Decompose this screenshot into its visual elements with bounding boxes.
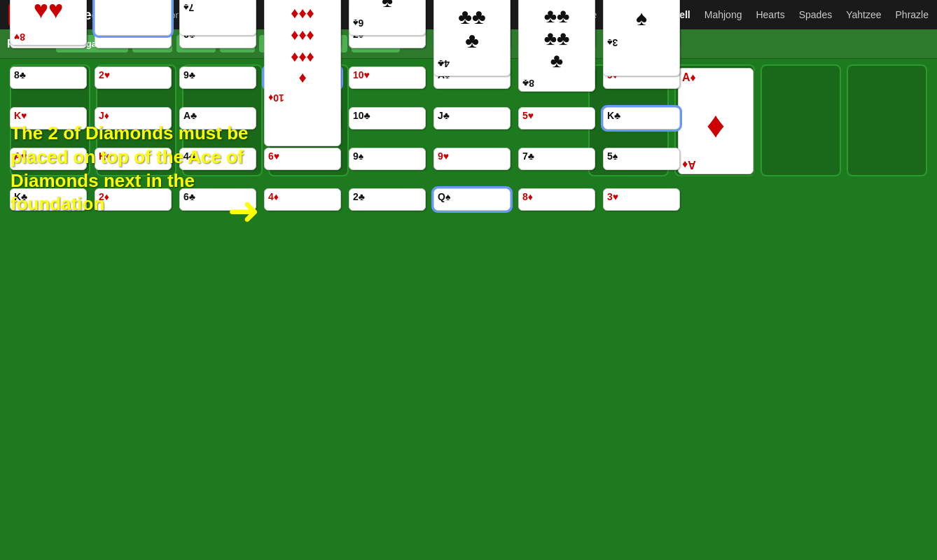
card-k-diamonds[interactable]: K♦ xyxy=(95,148,172,170)
card-2-hearts[interactable]: 2♥ xyxy=(95,66,172,89)
nav-mahjong[interactable]: Mahjong xyxy=(705,9,742,20)
ace-diamonds-card[interactable]: A♦ ♦ A♦ xyxy=(678,68,754,174)
card-q-spades[interactable]: Q♠ xyxy=(433,188,511,211)
card-10-diamonds-c4b[interactable]: 10♦ ♦♦♦♦♦♦♦♦♦♦ 10♦ xyxy=(264,0,341,146)
nav-yahtzee[interactable]: Yahtzee xyxy=(846,9,881,20)
card-4-diamonds[interactable]: 4♦ xyxy=(264,188,341,211)
card-3-spades[interactable]: 3♠ ♠ 3♠ xyxy=(603,0,680,76)
card-4-clubs-c3[interactable]: 4♣ xyxy=(179,148,256,170)
card-8-hearts-c1[interactable]: 8♥ ♥♥♥♥ 8♥ xyxy=(10,0,87,46)
card-5-hearts[interactable]: 5♥ xyxy=(518,107,595,130)
card-6-spades[interactable]: 6♠ ♠♠♠ 6♠ xyxy=(349,0,426,36)
card-q-hearts[interactable]: Q♥ ♛ Q♥ xyxy=(95,0,172,36)
card-j-clubs-c6[interactable]: J♣ xyxy=(433,107,511,130)
game-area: The 2 of Diamonds must be placed on top … xyxy=(0,59,937,560)
card-8-diamonds[interactable]: 8♦ xyxy=(518,188,595,211)
card-8-clubs-c7[interactable]: 8♣ ♣♣♣♣♣ 8♣ xyxy=(518,0,595,92)
card-10-hearts[interactable]: 10♥ xyxy=(349,66,426,89)
foundation-2-ace-diamonds[interactable]: A♦ ♦ A♦ xyxy=(674,64,755,176)
card-6-hearts[interactable]: 6♥ xyxy=(264,148,341,170)
card-a-hearts[interactable]: A♥ xyxy=(10,148,87,170)
card-6-clubs-c3[interactable]: 6♣ xyxy=(179,188,256,211)
card-j-diamonds[interactable]: J♦ xyxy=(95,107,172,130)
card-9-hearts[interactable]: 9♥ xyxy=(433,148,511,170)
nav-spades[interactable]: Spades xyxy=(799,9,832,20)
foundation-4[interactable] xyxy=(847,64,927,176)
nav-hearts[interactable]: Hearts xyxy=(756,9,784,20)
card-5-spades[interactable]: 5♠ xyxy=(603,148,680,170)
card-9-spades[interactable]: 9♠ xyxy=(349,148,426,170)
card-a-clubs[interactable]: A♣ xyxy=(179,107,256,130)
card-2-diamonds-c2[interactable]: 2♦ xyxy=(95,188,172,211)
card-3-hearts[interactable]: 3♥ xyxy=(603,188,680,211)
card-7-clubs[interactable]: 7♣ xyxy=(518,148,595,170)
card-2-clubs[interactable]: 2♣ xyxy=(349,188,426,211)
nav-phrazle[interactable]: Phrazle xyxy=(896,9,929,20)
card-k-clubs-c8[interactable]: K♣ xyxy=(603,107,680,130)
card-8-clubs[interactable]: 8♣ xyxy=(10,66,87,89)
card-k-clubs[interactable]: K♣ xyxy=(10,188,87,211)
card-9-clubs[interactable]: 9♣ xyxy=(179,66,256,89)
foundation-3[interactable] xyxy=(761,64,841,176)
card-10-clubs[interactable]: 10♣ xyxy=(349,107,426,130)
card-7-spades[interactable]: 7♠ ♠ 7♠ xyxy=(179,0,256,36)
card-4-clubs-c6[interactable]: 4♣ ♣♣♣ 4♣ xyxy=(433,0,511,76)
card-k-hearts[interactable]: K♥ xyxy=(10,107,87,130)
